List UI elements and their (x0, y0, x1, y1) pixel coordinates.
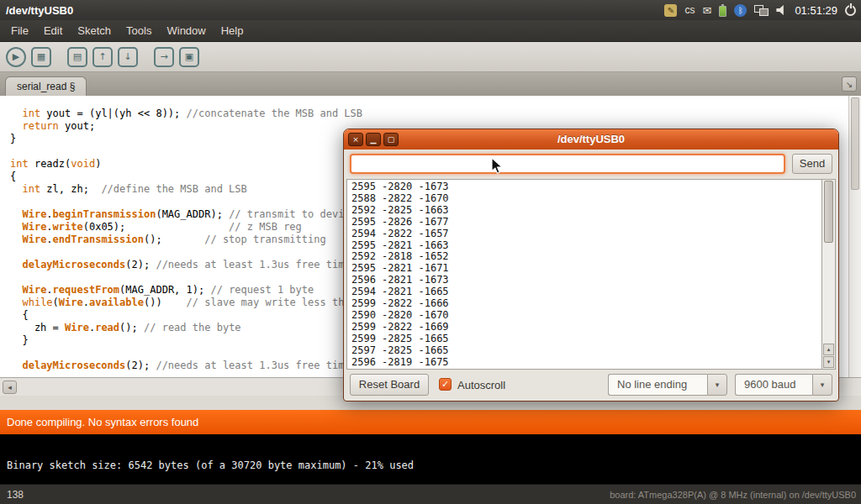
mouse-cursor-icon (491, 157, 504, 178)
serial-scrollbar[interactable]: ▴ ▾ (822, 179, 836, 370)
upload-button[interactable]: → (154, 47, 174, 67)
new-sketch-button[interactable]: ▤ (67, 47, 87, 67)
menu-item-file[interactable]: File (3, 20, 36, 41)
serial-monitor-window: /dev/ttyUSB0 × ▁ ▢ Send 2595 -2820 -1673… (343, 129, 839, 402)
battery-icon[interactable] (719, 6, 726, 17)
serial-line: 2594 -2822 -1657 (351, 228, 821, 240)
editor-vertical-scrollbar[interactable] (848, 96, 861, 377)
serial-line: 2599 -2822 -1666 (351, 298, 821, 310)
mail-icon[interactable]: ✉ (702, 4, 711, 17)
keyboard-layout-label[interactable]: cs (684, 4, 695, 16)
baud-rate-value: 9600 baud (735, 374, 812, 396)
send-button[interactable]: Send (792, 154, 832, 174)
serial-input[interactable] (350, 154, 785, 174)
keyboard-indicator-icon[interactable]: ✎ (664, 4, 677, 17)
serial-monitor-button[interactable]: ▣ (179, 47, 199, 67)
autoscroll-label: Autoscroll (457, 370, 505, 401)
top-panel: /dev/ttyUSB0 ✎ cs ✉ ᛒ 01:51:29 (0, 0, 861, 20)
serial-line: 2595 -2826 -1677 (351, 217, 821, 228)
menu-item-help[interactable]: Help (214, 20, 251, 41)
volume-icon[interactable] (776, 5, 787, 15)
serial-line: 2592 -2825 -1663 (351, 205, 821, 217)
clock[interactable]: 01:51:29 (795, 4, 837, 17)
open-sketch-button[interactable]: ↑ (92, 47, 113, 67)
screen: /dev/ttyUSB0 ✎ cs ✉ ᛒ 01:51:29 FileEditS… (0, 0, 861, 504)
serial-output-lines: 2595 -2820 -16732588 -2822 -16702592 -28… (347, 180, 821, 369)
tab-serial-read[interactable]: serial_read § (5, 76, 87, 96)
scrollbar-thumb[interactable] (851, 97, 859, 190)
chevron-down-icon[interactable]: ▾ (707, 374, 727, 396)
scroll-left-button[interactable]: ◂ (3, 381, 17, 394)
serial-line: 2596 -2819 -1675 (351, 357, 821, 369)
footer-statusbar: 138 board: ATmega328P(A) @ 8 MHz (intern… (0, 484, 861, 504)
serial-line: 2592 -2818 -1652 (351, 251, 821, 263)
serial-input-row: Send (344, 150, 838, 179)
serial-line: 2596 -2821 -1673 (351, 275, 821, 286)
chevron-down-icon[interactable]: ▾ (812, 374, 832, 396)
menu-item-window[interactable]: Window (159, 20, 213, 41)
serial-monitor-title: /dev/ttyUSB0 (344, 129, 838, 150)
serial-line: 2595 -2820 -1673 (351, 181, 821, 193)
system-tray: ✎ cs ✉ ᛒ 01:51:29 (664, 4, 861, 17)
window-title: /dev/ttyUSB0 (0, 4, 73, 17)
scroll-up-button[interactable]: ▴ (823, 344, 834, 355)
bluetooth-icon[interactable]: ᛒ (734, 4, 747, 17)
scrollbar-thumb[interactable] (824, 181, 833, 243)
serial-line: 2588 -2822 -1670 (351, 193, 821, 205)
autoscroll-checkbox[interactable]: ✓ (439, 378, 452, 391)
minimize-button[interactable]: ▁ (366, 133, 381, 146)
toolbar: ▶▦▤↑↓→▣ (0, 42, 861, 72)
scroll-down-button[interactable]: ▾ (823, 356, 834, 368)
tabbar: serial_read § ↘ (0, 72, 861, 96)
power-icon[interactable] (845, 5, 856, 16)
menu-item-sketch[interactable]: Sketch (70, 20, 119, 41)
serial-line: 2594 -2821 -1665 (351, 286, 821, 298)
tab-menu-button[interactable]: ↘ (842, 76, 857, 92)
menubar: FileEditSketchToolsWindowHelp (0, 20, 861, 42)
menu-item-tools[interactable]: Tools (119, 20, 159, 41)
serial-monitor-controls: Reset Board ✓ Autoscroll No line ending … (344, 370, 838, 401)
verify-button[interactable]: ▶ (6, 47, 26, 67)
maximize-button[interactable]: ▢ (383, 133, 399, 146)
line-ending-dropdown[interactable]: No line ending ▾ (608, 374, 727, 396)
serial-line: 2590 -2820 -1670 (351, 310, 821, 322)
build-console: Binary sketch size: 6542 bytes (of a 307… (0, 434, 861, 484)
close-button[interactable]: × (348, 133, 363, 146)
reset-board-button[interactable]: Reset Board (350, 374, 429, 396)
serial-line: 2599 -2822 -1669 (351, 322, 821, 333)
network-icon[interactable] (754, 5, 769, 16)
serial-output-area[interactable]: 2595 -2820 -16732588 -2822 -16702592 -28… (346, 179, 822, 370)
stop-button[interactable]: ▦ (31, 47, 51, 67)
serial-line: 2599 -2825 -1665 (351, 333, 821, 345)
combo-group: No line ending ▾ 9600 baud ▾ (608, 374, 832, 396)
window-buttons: × ▁ ▢ (348, 133, 399, 146)
board-info: board: ATmega328P(A) @ 8 MHz (internal) … (610, 490, 861, 500)
menu-item-edit[interactable]: Edit (36, 20, 70, 41)
baud-rate-dropdown[interactable]: 9600 baud ▾ (735, 374, 832, 396)
serial-line: 2597 -2825 -1665 (351, 345, 821, 357)
cursor-line-number: 138 (0, 489, 24, 501)
serial-line: 2595 -2821 -1663 (351, 240, 821, 252)
serial-line: 2595 -2821 -1671 (351, 263, 821, 275)
compile-status-bar: Done compiling. No syntax errors found (0, 410, 861, 434)
line-ending-value: No line ending (608, 374, 707, 396)
code-line: int yout = (yl|(yh << 8)); //concatenate… (10, 108, 861, 120)
serial-monitor-titlebar[interactable]: /dev/ttyUSB0 × ▁ ▢ (344, 129, 838, 150)
save-sketch-button[interactable]: ↓ (118, 47, 138, 67)
